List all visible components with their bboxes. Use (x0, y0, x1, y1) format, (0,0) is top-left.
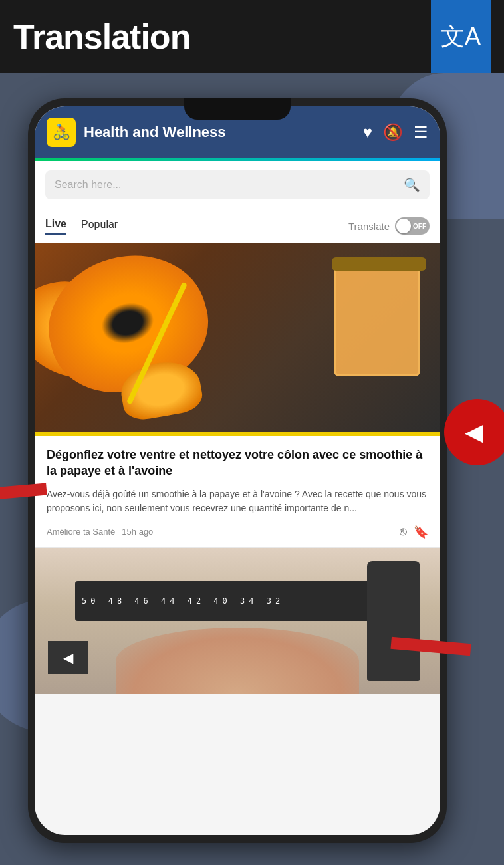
page-title: Translation (13, 17, 190, 57)
article-1-title[interactable]: Dégonflez votre ventre et nettoyez votre… (47, 447, 428, 479)
search-bar-wrap: Search here... 🔍 (35, 161, 440, 209)
jar (334, 263, 420, 376)
nav-icons: ♥ 🔕 ☰ (363, 123, 428, 142)
share-icon[interactable]: ⎋ (400, 525, 407, 539)
toggle-switch[interactable]: OFF (395, 217, 430, 235)
ruler-markings: 50 48 46 44 42 40 34 32 (75, 596, 291, 606)
caliper (367, 561, 420, 681)
translate-icon: 文A (441, 21, 481, 53)
translate-icon-box[interactable]: 文A (431, 0, 491, 73)
tab-live[interactable]: Live (45, 218, 66, 235)
left-arrow-button[interactable]: ◀ (48, 641, 88, 674)
jar-lid (332, 257, 426, 271)
article-1-meta: Améliore ta Santé 15h ago ⎋ 🔖 (47, 525, 428, 539)
article-1-body: Dégonflez votre ventre et nettoyez votre… (35, 436, 440, 547)
phone-screen: 🚴 Health and Wellness ♥ 🔕 ☰ Search here.… (35, 106, 440, 835)
search-icon: 🔍 (404, 177, 420, 193)
ruler: 50 48 46 44 42 40 34 32 (75, 581, 400, 621)
face-partial (116, 628, 359, 694)
nav-arrow-icon: ◀ (465, 418, 483, 446)
bell-icon[interactable]: 🔕 (383, 123, 403, 142)
left-arrow-icon: ◀ (63, 650, 73, 666)
phone-notch (184, 98, 291, 120)
article-1-time: 15h ago (122, 527, 153, 537)
top-header: Translation 文A (0, 0, 504, 73)
phone-frame: 🚴 Health and Wellness ♥ 🔕 ☰ Search here.… (28, 98, 447, 843)
toggle-off-label: OFF (413, 223, 426, 230)
tab-popular[interactable]: Popular (81, 219, 118, 233)
logo-icon: 🚴 (53, 124, 70, 141)
bookmark-icon[interactable]: 🔖 (414, 525, 428, 539)
article-1-source: Améliore ta Santé (47, 527, 115, 537)
app-logo: 🚴 (47, 118, 76, 147)
tabs-row: Live Popular Translate OFF (35, 209, 440, 243)
papaya-seeds (97, 297, 159, 350)
article-1-excerpt: Avez-vous déjà goûté un smoothie à la pa… (47, 487, 428, 515)
menu-icon[interactable]: ☰ (414, 123, 428, 142)
article-1-image (35, 243, 440, 436)
red-circle-nav[interactable]: ◀ (444, 399, 504, 465)
translate-toggle[interactable]: OFF (395, 217, 430, 235)
app-title: Health and Wellness (84, 124, 355, 141)
yellow-bar (35, 432, 440, 436)
toggle-knob (396, 219, 411, 233)
search-bar[interactable]: Search here... 🔍 (45, 170, 430, 199)
article-2-image: 50 48 46 44 42 40 34 32 ◀ (35, 548, 440, 694)
search-placeholder: Search here... (55, 179, 397, 191)
translate-label: Translate (348, 221, 390, 232)
heart-icon[interactable]: ♥ (363, 123, 372, 142)
